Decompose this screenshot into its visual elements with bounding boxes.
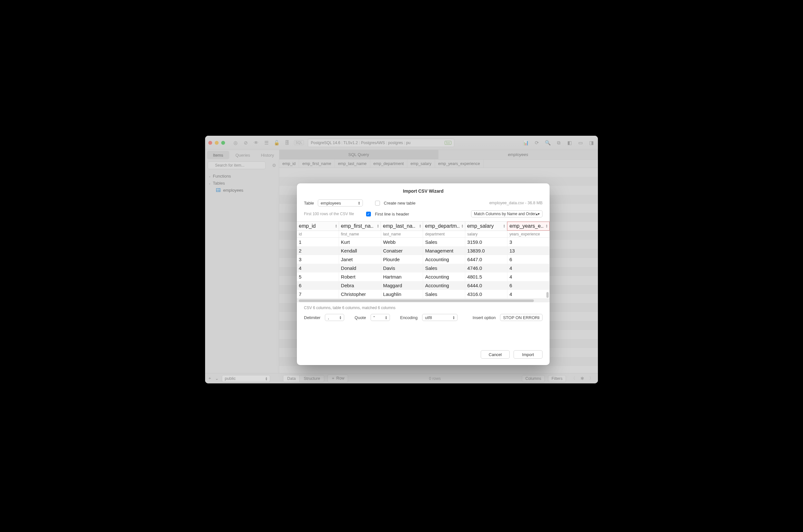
prev-page-button[interactable]: 〈 — [569, 376, 577, 381]
preview-cell: 13839.0 — [465, 246, 507, 255]
delimiter-select[interactable]: , ▴▾ — [325, 314, 344, 321]
source-column-label: salary — [465, 231, 507, 238]
sidebar-tab-items[interactable]: Items — [207, 151, 229, 159]
sidebar-tab-history[interactable]: History — [256, 151, 278, 159]
tree-tables[interactable]: ⌄ Tables — [207, 179, 277, 187]
preview-cell: Robert — [339, 272, 381, 281]
preview-cell: 4746.0 — [465, 264, 507, 272]
preview-cell: Kendall — [339, 246, 381, 255]
page-settings-icon[interactable]: ✻ — [581, 376, 584, 381]
view-structure-button[interactable]: Structure — [300, 375, 324, 382]
column-header[interactable]: emp_last_name — [335, 159, 370, 168]
chart-icon[interactable]: 📊 — [523, 139, 529, 146]
vertical-scrollbar[interactable] — [546, 292, 549, 298]
updown-icon: ▴▾ — [538, 316, 540, 319]
import-button[interactable]: Import — [513, 350, 543, 359]
column-header[interactable]: emp_id — [279, 159, 299, 168]
updown-icon: ▴▾ — [385, 316, 387, 319]
add-menu-chevron[interactable]: ⌄ — [215, 376, 219, 381]
target-column-select[interactable]: emp_id▴▾ — [297, 222, 339, 231]
encoding-select[interactable]: utf8 ▴▾ — [422, 314, 458, 321]
footer: ＋ ⌄ public ▴▾ Data Structure ＋ Row 0 row… — [205, 373, 598, 383]
target-column-select[interactable]: emp_last_na..▴▾ — [381, 222, 423, 231]
close-window-button[interactable] — [208, 141, 212, 145]
search-settings-icon[interactable]: ⚙ — [272, 163, 276, 168]
column-header[interactable]: emp_years_experience — [435, 159, 483, 168]
preview-cell: Plourde — [381, 255, 423, 264]
column-header[interactable]: emp_department — [370, 159, 408, 168]
target-column-select[interactable]: emp_first_na..▴▾ — [339, 222, 381, 231]
tree-functions[interactable]: ⌄ Functions — [207, 172, 277, 179]
preview-cell: 2 — [297, 246, 339, 255]
column-header[interactable]: emp_first_name — [299, 159, 335, 168]
search-input[interactable] — [208, 162, 266, 169]
tree-table-employees[interactable]: employees — [207, 187, 277, 194]
view-data-button[interactable]: Data — [283, 375, 300, 382]
schema-select[interactable]: public ▴▾ — [222, 375, 270, 382]
source-column-label: id — [297, 231, 339, 238]
panel-left-icon[interactable]: ⧉ — [555, 139, 562, 146]
quote-label: Quote — [354, 315, 366, 320]
preview-cell: Debra — [339, 281, 381, 290]
updown-icon: ▴▾ — [358, 201, 360, 205]
preview-row: 7ChristopherLaughlinSales4316.04 — [297, 290, 550, 299]
encoding-label: Encoding — [400, 315, 418, 320]
panel-right-icon[interactable]: ◨ — [588, 139, 595, 146]
lock-icon[interactable]: 🔓 — [273, 139, 280, 146]
updown-icon: ▴▾ — [340, 316, 341, 319]
column-header[interactable]: emp_salary — [407, 159, 435, 168]
panel-split-icon[interactable]: ◧ — [566, 139, 573, 146]
preview-cell: Conatser — [381, 246, 423, 255]
minimize-window-button[interactable] — [215, 141, 219, 145]
connection-bar[interactable]: PostgreSQL 14.6 : TLSv1.2 : PostgresAWS … — [308, 139, 454, 147]
modal-title: Import CSV Wizard — [297, 183, 550, 197]
preview-cell: Hartman — [381, 272, 423, 281]
insert-option-select[interactable]: STOP ON ERROR ▴▾ — [500, 314, 543, 321]
source-column-label: years_experience — [507, 231, 550, 238]
row-count: 0 rows — [351, 376, 519, 381]
preview-cell: 4316.0 — [465, 290, 507, 299]
sidebar-tab-queries[interactable]: Queries — [232, 151, 254, 159]
tab-sql-query[interactable]: SQL Query — [279, 150, 439, 159]
zoom-window-button[interactable] — [221, 141, 225, 145]
create-new-table-checkbox[interactable] — [375, 201, 380, 206]
connection-string: PostgreSQL 14.6 : TLSv1.2 : PostgresAWS … — [311, 140, 410, 145]
add-button[interactable]: ＋ — [208, 376, 212, 381]
cancel-button[interactable]: Cancel — [481, 350, 510, 359]
sql-badge[interactable]: SQL — [294, 140, 304, 145]
horizontal-scrollbar[interactable] — [297, 299, 550, 302]
preview-cell: Accounting — [423, 272, 465, 281]
stack-icon[interactable]: ☰ — [263, 139, 270, 146]
source-column-label: first_name — [339, 231, 381, 238]
target-column-select[interactable]: emp_years_e..▴▾ — [507, 222, 550, 231]
preview-cell: 4 — [507, 272, 550, 281]
preview-cell: Maggard — [381, 281, 423, 290]
preview-cell: 6 — [507, 281, 550, 290]
add-row-button[interactable]: ＋ Row — [327, 374, 348, 382]
panel-bottom-icon[interactable]: ▭ — [577, 139, 584, 146]
columns-button[interactable]: Columns — [522, 375, 545, 382]
refresh-icon[interactable]: ⟳ — [533, 139, 540, 146]
column-mapping-table: emp_id▴▾emp_first_na..▴▾emp_last_na..▴▾e… — [297, 221, 550, 302]
delimiter-label: Delimiter — [304, 315, 321, 320]
database-icon[interactable]: 🗄 — [284, 139, 290, 146]
column-headers: emp_id emp_first_name emp_last_name emp_… — [279, 159, 598, 168]
first-100-label: First 100 rows of the CSV file — [304, 212, 354, 216]
tab-employees[interactable]: employees — [439, 150, 598, 159]
connect-icon[interactable]: ◎ — [232, 139, 239, 146]
next-page-button[interactable]: 〉 — [587, 376, 595, 381]
match-columns-select[interactable]: Match Columns by Name and Order ▴▾ — [471, 210, 543, 217]
first-line-header-checkbox[interactable]: ✓ — [366, 212, 371, 216]
search-icon[interactable]: 🔍 — [545, 139, 551, 146]
import-csv-wizard: Import CSV Wizard Table employees ▴▾ Cre… — [297, 183, 550, 365]
quote-select[interactable]: " ▴▾ — [370, 314, 390, 321]
filters-button[interactable]: Filters — [548, 375, 566, 382]
target-column-select[interactable]: emp_departm..▴▾ — [423, 222, 465, 231]
preview-cell: 3 — [297, 255, 339, 264]
source-column-label: department — [423, 231, 465, 238]
disconnect-icon[interactable]: ⊘ — [242, 139, 249, 146]
table-select[interactable]: employees ▴▾ — [318, 200, 363, 207]
eye-icon[interactable]: 👁 — [253, 139, 259, 146]
target-column-select[interactable]: emp_salary▴▾ — [465, 222, 507, 231]
create-new-table-label: Create new table — [384, 201, 415, 206]
